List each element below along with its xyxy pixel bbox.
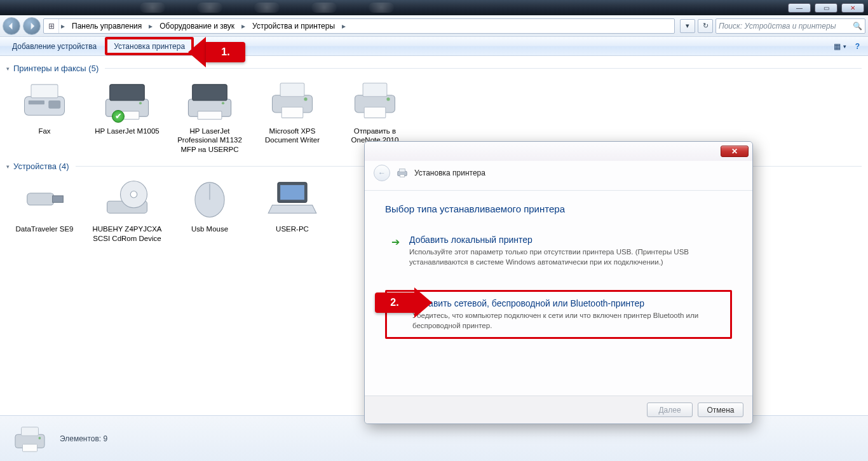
add-printer-button[interactable]: Установка принтера bbox=[105, 37, 194, 55]
printer-item[interactable]: Fax bbox=[9, 76, 80, 154]
search-placeholder: Поиск: Устройства и принтеры bbox=[719, 22, 836, 31]
printer-icon: ✔ bbox=[100, 76, 154, 124]
svg-rect-9 bbox=[193, 85, 227, 100]
printer-icon bbox=[11, 423, 48, 454]
svg-rect-5 bbox=[110, 85, 145, 100]
breadcrumb-item[interactable]: Панель управления bbox=[67, 19, 147, 33]
item-label: HP LaserJet M1005 bbox=[92, 127, 163, 135]
svg-rect-28 bbox=[280, 185, 304, 200]
nav-back-button[interactable] bbox=[3, 17, 20, 35]
svg-rect-31 bbox=[22, 444, 37, 451]
svg-rect-2 bbox=[48, 100, 60, 109]
svg-rect-13 bbox=[280, 83, 304, 97]
device-icon bbox=[100, 174, 154, 222]
wizard-title: Установка принтера bbox=[414, 169, 485, 177]
device-icon bbox=[183, 174, 236, 222]
svg-rect-17 bbox=[363, 83, 387, 97]
item-label: Microsoft XPS Document Writer bbox=[257, 127, 328, 145]
wizard-heading: Выбор типа устанавливаемого принтера bbox=[385, 203, 732, 214]
option-title: Добавить сетевой, беспроводной или Bluet… bbox=[412, 298, 717, 308]
svg-point-32 bbox=[38, 437, 41, 439]
printer-icon bbox=[18, 76, 71, 124]
printer-icon bbox=[183, 76, 236, 124]
nav-forward-button[interactable] bbox=[23, 17, 41, 35]
breadcrumb-dropdown-button[interactable]: ▾ bbox=[680, 19, 695, 33]
svg-point-15 bbox=[304, 97, 307, 100]
add-printer-wizard: ✕ ← Установка принтера Выбор типа устана… bbox=[364, 141, 753, 424]
device-item[interactable]: DataTraveler SE9 bbox=[9, 174, 80, 243]
breadcrumb-item[interactable]: Оборудование и звук bbox=[154, 19, 240, 33]
svg-rect-1 bbox=[31, 85, 58, 98]
option-network-printer[interactable]: ➔ Добавить сетевой, беспроводной или Blu… bbox=[385, 290, 732, 339]
minimize-button[interactable]: — bbox=[788, 3, 811, 13]
help-button[interactable]: ? bbox=[851, 37, 864, 55]
printer-icon bbox=[266, 76, 319, 124]
item-label: Usb Mouse bbox=[174, 224, 245, 233]
add-printer-label: Установка принтера bbox=[114, 42, 185, 51]
svg-point-7 bbox=[139, 102, 142, 104]
option-title: Добавить локальный принтер bbox=[409, 235, 714, 245]
svg-rect-34 bbox=[400, 169, 405, 172]
svg-rect-21 bbox=[53, 196, 64, 203]
collapse-icon: ▾ bbox=[6, 65, 10, 72]
default-check-icon: ✔ bbox=[112, 110, 125, 123]
group-header-printers[interactable]: ▾ Принтеры и факсы (5) bbox=[6, 64, 862, 73]
svg-rect-35 bbox=[400, 175, 404, 177]
device-item[interactable]: USER-PC bbox=[257, 174, 328, 243]
svg-rect-14 bbox=[281, 107, 303, 118]
status-text: Элементов: 9 bbox=[60, 434, 107, 443]
device-item[interactable]: Usb Mouse bbox=[174, 174, 245, 243]
item-label: Fax bbox=[9, 127, 80, 135]
item-label: DataTraveler SE9 bbox=[9, 224, 80, 233]
device-icon bbox=[18, 174, 71, 222]
chevron-right-icon: ▸ bbox=[59, 22, 67, 31]
location-icon: ⊞ bbox=[44, 19, 59, 33]
printer-icon bbox=[348, 76, 402, 124]
add-device-button[interactable]: Добавление устройства bbox=[4, 37, 105, 55]
wizard-back-button[interactable]: ← bbox=[374, 165, 390, 181]
svg-rect-18 bbox=[364, 107, 386, 118]
annotation-callout-2-label: 2. bbox=[375, 292, 414, 313]
breadcrumb-item[interactable]: Устройства и принтеры bbox=[247, 19, 340, 33]
device-item[interactable]: HUBEHY Z4PYJCXA SCSI CdRom Device bbox=[92, 174, 163, 243]
wizard-next-button[interactable]: Далее bbox=[647, 403, 693, 417]
svg-rect-20 bbox=[27, 193, 54, 205]
close-button[interactable]: ✕ bbox=[841, 3, 864, 13]
device-icon bbox=[266, 174, 319, 222]
wizard-footer: Далее Отмена bbox=[365, 396, 752, 423]
chevron-right-icon: ▸ bbox=[340, 22, 348, 31]
chevron-right-icon: ▸ bbox=[147, 22, 154, 31]
printer-item[interactable]: ✔HP LaserJet M1005 bbox=[92, 76, 163, 154]
wizard-titlebar[interactable]: ✕ bbox=[365, 142, 752, 161]
breadcrumb[interactable]: ⊞ ▸ Панель управления ▸ Оборудование и з… bbox=[43, 18, 675, 34]
group-title: Устройства (4) bbox=[13, 162, 69, 171]
svg-rect-30 bbox=[22, 427, 39, 435]
address-bar: ⊞ ▸ Панель управления ▸ Оборудование и з… bbox=[0, 15, 868, 37]
view-options-button[interactable]: ▦▾ bbox=[829, 37, 851, 55]
group-title: Принтеры и факсы (5) bbox=[13, 64, 98, 73]
option-desc: Убедитесь, что компьютер подключен к сет… bbox=[412, 311, 717, 331]
annotation-callout-1-label: 1. bbox=[206, 42, 245, 62]
annotation-callout-1: 1. bbox=[188, 37, 245, 67]
background-decor bbox=[0, 0, 783, 15]
search-icon: 🔍 bbox=[853, 22, 862, 31]
refresh-button[interactable]: ↻ bbox=[698, 19, 713, 33]
wizard-close-button[interactable]: ✕ bbox=[721, 146, 749, 157]
option-desc: Используйте этот параметр только при отс… bbox=[409, 247, 714, 267]
search-input[interactable]: Поиск: Устройства и принтеры 🔍 bbox=[715, 18, 865, 34]
svg-point-19 bbox=[386, 97, 390, 100]
os-titlebar: — ▭ ✕ bbox=[0, 0, 868, 15]
arrow-right-icon: ➔ bbox=[389, 236, 402, 267]
annotation-callout-2: 2. bbox=[375, 287, 432, 318]
option-local-printer[interactable]: ➔ Добавить локальный принтер Используйте… bbox=[385, 231, 732, 279]
item-label: USER-PC bbox=[257, 224, 328, 233]
command-toolbar: Добавление устройства Установка принтера… bbox=[0, 37, 868, 56]
wizard-cancel-button[interactable]: Отмена bbox=[698, 403, 743, 417]
item-label: HUBEHY Z4PYJCXA SCSI CdRom Device bbox=[92, 224, 163, 243]
maximize-button[interactable]: ▭ bbox=[815, 3, 837, 13]
printer-item[interactable]: HP LaserJet Professional M1132 MFP на US… bbox=[174, 76, 245, 154]
collapse-icon: ▾ bbox=[6, 163, 10, 170]
printer-item[interactable]: Microsoft XPS Document Writer bbox=[257, 76, 328, 154]
item-label: HP LaserJet Professional M1132 MFP на US… bbox=[174, 127, 245, 154]
svg-point-24 bbox=[130, 191, 137, 198]
